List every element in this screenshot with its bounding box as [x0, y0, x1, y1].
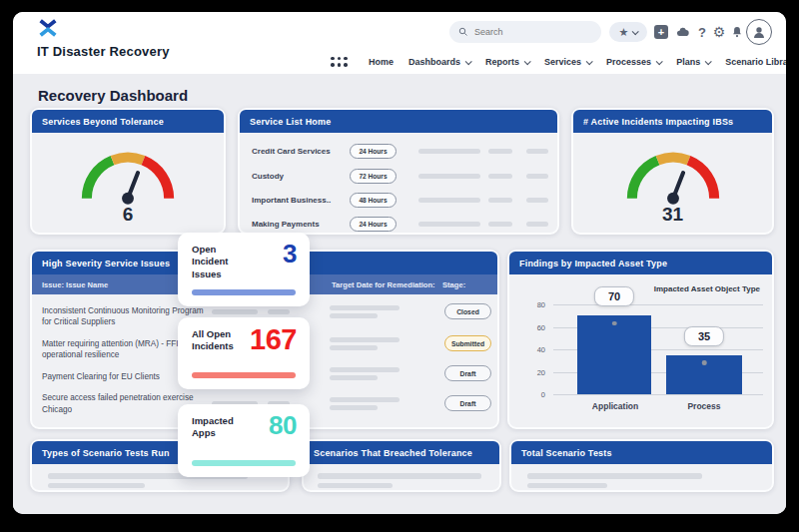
gauge-arc	[617, 142, 729, 206]
page-title: Recovery Dashboard	[38, 87, 188, 104]
nav-item-scenario-library[interactable]: Scenario Library	[725, 57, 786, 67]
app-title: IT Disaster Recovery	[37, 44, 170, 59]
rto-pill[interactable]: 48 Hours	[350, 193, 397, 208]
service-name: Credit Card Services	[252, 147, 350, 156]
stage-pill-draft[interactable]: Draft	[444, 365, 491, 381]
search-box[interactable]	[449, 21, 601, 43]
column-target-date: Target Date for Remediation:	[332, 280, 435, 289]
y-axis-tick: 80	[537, 300, 545, 309]
service-name: Custody	[252, 172, 350, 181]
chevron-down-icon	[705, 58, 712, 65]
service-row: Making Payments 24 Hours	[252, 216, 549, 232]
cloud-button[interactable]	[673, 23, 691, 41]
placeholder-bar	[488, 198, 512, 203]
placeholder-bar	[330, 345, 378, 350]
kpi-underline	[192, 372, 296, 378]
placeholder-bar	[330, 405, 378, 410]
kpi-all-open-incidents[interactable]: All Open Incidents 167	[178, 317, 310, 389]
card-header: Services Beyond Tolerance	[32, 110, 224, 133]
card-active-incidents: # Active Incidents Impacting IBSs 31	[571, 108, 774, 235]
column-issue-name: Issue: Issue Name	[42, 280, 108, 289]
nav-item-plans[interactable]: Plans	[676, 57, 710, 67]
search-input[interactable]	[474, 27, 584, 37]
chart-legend: Impacted Asset Object Type	[654, 284, 760, 293]
y-axis-tick: 20	[537, 367, 545, 376]
app-logo-icon	[37, 17, 59, 39]
gauge-value: 31	[662, 204, 683, 226]
y-axis-tick: 40	[537, 345, 545, 354]
bar-slot-process: 35	[666, 304, 742, 394]
data-label-process: 35	[684, 326, 724, 346]
card-services-beyond-tolerance: Services Beyond Tolerance 6	[30, 108, 226, 235]
card-findings-by-asset-type: Findings by Impacted Asset Type Impacted…	[507, 250, 774, 429]
placeholder-bar	[330, 397, 400, 402]
placeholder-bar	[330, 305, 400, 310]
notifications-button[interactable]	[728, 23, 746, 41]
card-scenarios-breached-tolerance: Scenarios That Breached Tolerance	[302, 439, 501, 492]
placeholder-bar	[418, 198, 480, 203]
placeholder-bar	[330, 313, 378, 318]
card-total-scenario-tests: Total Scenario Tests	[509, 439, 774, 492]
card-header: Service List Home	[240, 110, 557, 133]
cloud-icon	[675, 25, 690, 40]
account-avatar[interactable]	[746, 19, 772, 45]
gauge-active-incidents: 31	[573, 133, 772, 226]
placeholder-bar	[48, 483, 145, 488]
callout-anchor-dot	[612, 321, 617, 326]
placeholder-bar	[318, 473, 481, 479]
app-window: IT Disaster Recovery ★ +	[13, 12, 786, 514]
placeholder-bar	[330, 337, 400, 342]
rto-pill[interactable]: 24 Hours	[350, 217, 397, 232]
question-mark-icon: ?	[698, 26, 706, 39]
placeholder-bar	[526, 222, 548, 227]
rto-pill[interactable]: 24 Hours	[350, 144, 397, 159]
placeholder-bar	[488, 222, 512, 227]
bar-application[interactable]	[577, 315, 651, 394]
card-header: Total Scenario Tests	[511, 441, 772, 464]
nav-item-home[interactable]: Home	[369, 57, 394, 67]
card-service-list-home: Service List Home Credit Card Services 2…	[238, 108, 559, 235]
kpi-label: All Open Incidents	[192, 328, 254, 353]
placeholder-bar	[526, 149, 548, 154]
add-button[interactable]: +	[652, 23, 670, 41]
plus-icon: +	[654, 25, 668, 39]
favorites-menu-button[interactable]: ★	[609, 22, 647, 42]
callout-anchor-dot	[702, 360, 707, 365]
nav-item-processes[interactable]: Processes	[606, 57, 661, 67]
kpi-underline	[192, 460, 296, 466]
kpi-label: Open Incident Issues	[192, 244, 254, 280]
nav-item-services[interactable]: Services	[544, 57, 591, 67]
nav-item-reports[interactable]: Reports	[485, 57, 529, 67]
bar-slot-application: 70	[577, 304, 651, 394]
app-switcher-icon[interactable]	[331, 57, 348, 68]
data-label-application: 70	[594, 286, 634, 306]
placeholder-bar	[526, 198, 548, 203]
placeholder-bar	[318, 483, 393, 488]
bar-chart-plot: 80 60 40 20 0 70 35	[553, 304, 763, 394]
screen-background: IT Disaster Recovery ★ +	[0, 0, 799, 532]
chevron-down-icon	[656, 58, 663, 65]
settings-button[interactable]: ⚙	[710, 23, 728, 41]
dashboard-content: Recovery Dashboard Services Beyond Toler…	[13, 74, 786, 514]
kpi-open-incident-issues[interactable]: Open Incident Issues 3	[178, 233, 310, 306]
main-navigation: Home Dashboards Reports Services Process…	[331, 52, 786, 72]
placeholder-bar	[212, 309, 258, 314]
placeholder-bar	[526, 174, 548, 179]
help-button[interactable]: ?	[693, 23, 711, 41]
nav-item-dashboards[interactable]: Dashboards	[408, 57, 470, 67]
service-row: Custody 72 Hours	[252, 168, 549, 184]
y-axis-tick: 0	[541, 390, 545, 399]
rto-pill[interactable]: 72 Hours	[350, 169, 397, 184]
stage-pill-closed[interactable]: Closed	[444, 303, 491, 319]
x-axis-label-application: Application	[579, 401, 651, 411]
kpi-impacted-apps[interactable]: Impacted Apps 80	[178, 404, 310, 477]
x-axis-label-process: Process	[669, 401, 739, 411]
stage-pill-draft[interactable]: Draft	[444, 395, 491, 411]
gear-icon: ⚙	[713, 25, 726, 39]
service-row: Credit Card Services 24 Hours	[252, 143, 549, 159]
kpi-underline	[192, 289, 296, 295]
service-row: Important Business.. 48 Hours	[252, 192, 549, 208]
gauge-arc	[72, 142, 184, 206]
chevron-down-icon	[632, 28, 639, 35]
stage-pill-submitted[interactable]: Submitted	[444, 335, 491, 351]
